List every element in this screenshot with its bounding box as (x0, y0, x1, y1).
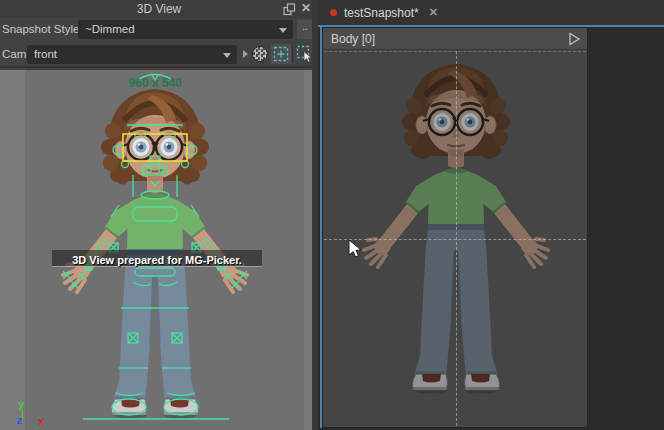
camera-value: front (34, 48, 57, 60)
3d-view-panel: 3D View ✕ Snapshot Style ~Dimmed .. Cam … (0, 0, 318, 430)
body-header-label: Body [0] (331, 32, 375, 46)
snapshot-top-guide (324, 51, 586, 52)
body-header[interactable]: Body [0] (323, 28, 587, 50)
axis-gizmo: y z x (0, 398, 60, 430)
mouse-cursor-icon (348, 239, 362, 259)
snapshot-capture-button[interactable] (271, 44, 291, 64)
snapshot-style-value: ~Dimmed (85, 23, 135, 35)
toolbar-separator (292, 46, 293, 63)
close-panel-icon[interactable]: ✕ (299, 1, 313, 16)
expand-arrow-icon[interactable] (243, 50, 248, 58)
tab-label: testSnapshot* (344, 6, 419, 20)
snapshot-view[interactable] (324, 51, 586, 426)
play-arrow-icon[interactable] (567, 32, 581, 46)
tab-testsnapshot[interactable]: testSnapshot* ✕ (324, 0, 444, 25)
picker-tabbar: testSnapshot* ✕ (318, 0, 664, 25)
banner-text: 3D View prepared for MG-Picker. (72, 254, 242, 266)
chevron-down-icon (223, 53, 231, 58)
picker-panel: testSnapshot* ✕ Body [0] (318, 0, 664, 430)
chevron-down-icon (279, 28, 287, 33)
float-window-icon[interactable] (283, 3, 296, 16)
3d-view-titlebar[interactable]: 3D View ✕ (0, 0, 318, 18)
viewport-banner: 3D View prepared for MG-Picker. (52, 250, 262, 267)
panel-title: 3D View (0, 2, 318, 16)
3d-viewport[interactable]: 960 x 540 3D View prepared for MG-Picker… (0, 70, 312, 430)
checker-sphere-icon[interactable] (252, 46, 268, 62)
viewport-left-band (0, 70, 25, 430)
tab-close-icon[interactable]: ✕ (429, 6, 438, 19)
snapshot-style-label: Snapshot Style (2, 23, 79, 35)
camera-dropdown[interactable]: front (27, 45, 237, 64)
modified-dot-icon (330, 9, 337, 16)
horizontal-guide-line (324, 239, 586, 240)
snapshot-style-row: Snapshot Style ~Dimmed .. (0, 18, 318, 41)
mg-picker-app: 3D View ✕ Snapshot Style ~Dimmed .. Cam … (0, 0, 664, 430)
body-picker-box: Body [0] (322, 27, 588, 428)
snapshot-style-dropdown[interactable]: ~Dimmed (78, 20, 293, 39)
cam-label: Cam (2, 48, 26, 60)
camera-row: Cam front (0, 41, 318, 68)
snapshot-capture-icon (271, 44, 291, 64)
viewport-right-band (304, 70, 312, 430)
axis-z-label: z (16, 414, 23, 427)
axis-x-label: x (38, 415, 45, 428)
snapshot-style-more-button[interactable]: .. (297, 20, 313, 39)
